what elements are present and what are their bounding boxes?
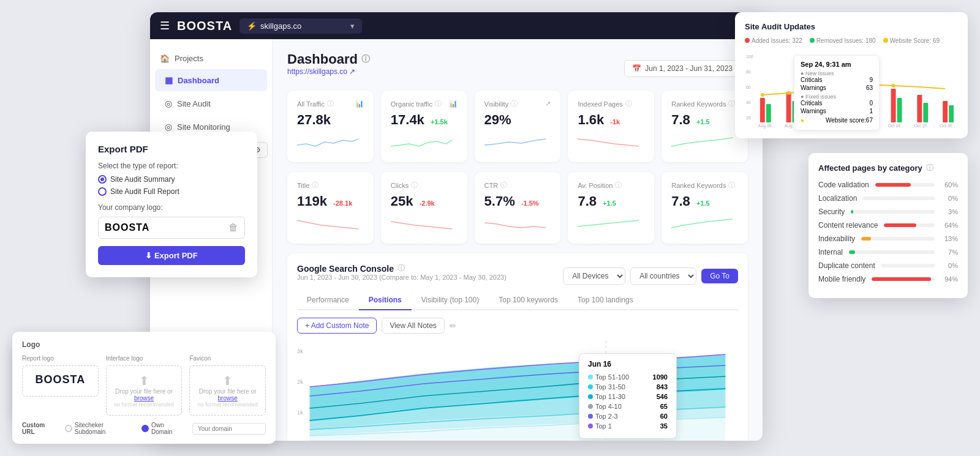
devices-select[interactable]: All Devices [563, 267, 625, 285]
tab-performance[interactable]: Performance [297, 291, 359, 310]
chart-tooltip: Jun 16 Top 51-100 1090 Top 31-50 843 Top… [579, 353, 677, 439]
hamburger-icon[interactable]: ☰ [160, 19, 170, 32]
metric-change-3: -1k [610, 118, 620, 125]
legend-label-score: Website Score: 69 [890, 37, 940, 44]
export-pdf-button[interactable]: ⬇ Export PDF [98, 246, 245, 265]
audit-tooltip-date: Sep 24, 9:31 am [801, 61, 873, 68]
affected-row-5: Internal 7% [818, 248, 958, 256]
lightning-icon: ⚡ [247, 21, 257, 31]
affected-bar-wrap-6 [881, 264, 935, 267]
gsc-title: Google Search Console ⓘ [297, 263, 507, 274]
interface-logo-box[interactable]: ⬆ Drop your file here or browse no forma… [106, 365, 183, 416]
metric-value-r2-4: 7.8 +1.5 [671, 193, 738, 209]
affected-bar-5 [849, 250, 855, 254]
favicon-box[interactable]: ⬆ Drop your file here or browse no forma… [189, 365, 266, 416]
svg-text:100: 100 [746, 54, 753, 59]
info-icon: ⓘ [312, 181, 318, 190]
tab-top-keywords[interactable]: Top 100 keywords [489, 291, 568, 310]
app-logo: BOOSTA [177, 19, 232, 33]
info-icon: ⓘ [435, 99, 442, 108]
metric-label-r2-3: Av. Position ⓘ [578, 181, 644, 190]
dashboard-icon: ▦ [165, 75, 173, 85]
dashboard-url[interactable]: https://skillgaps.co ↗ [287, 67, 370, 76]
gsc-tabs: Performance Positions Visibility (top 10… [297, 291, 738, 310]
site-audit-icon: ◎ [165, 99, 172, 108]
svg-rect-32 [917, 95, 922, 122]
metric-label-1: Organic traffic ⓘ 📊 [391, 99, 458, 108]
affected-row-2: Security 3% [818, 207, 958, 216]
view-notes-button[interactable]: View All Notes [382, 318, 444, 334]
domain-input[interactable] [192, 423, 266, 435]
pencil-icon: ✏ [450, 321, 456, 331]
sidebar-projects[interactable]: 🏠 Projects [150, 49, 272, 68]
legend-dot-removed [810, 38, 815, 43]
wave-chart-0 [297, 133, 358, 151]
info-icon: ⓘ [361, 54, 370, 65]
gsc-section: Google Search Console ⓘ Jun 1, 2023 - Ju… [287, 253, 748, 441]
criticals-row: Criticals9 [801, 77, 873, 83]
upload-icon-favicon: ⬆ [195, 373, 260, 388]
svg-point-42 [761, 93, 764, 97]
gsc-header: Google Search Console ⓘ Jun 1, 2023 - Ju… [297, 263, 738, 288]
radio-summary[interactable]: Site Audit Summary [98, 175, 245, 184]
affected-label-1: Localization [818, 194, 857, 203]
radio-full[interactable]: Site Audit Full Report [98, 187, 245, 196]
audit-tooltip-fixed: ● Fixed issues Criticals0 Warnings1 [801, 94, 873, 114]
affected-bar-wrap-3 [884, 223, 935, 227]
custom-url-label: Custom URL [22, 422, 59, 435]
radio-circle-summary [98, 175, 107, 184]
url-bar[interactable]: ⚡ skillgaps.co ▾ [239, 18, 362, 34]
wave-r2-1 [391, 214, 452, 233]
drop-text-interface: Drop your file here or browse [111, 388, 177, 402]
audit-chart: 100 80 60 40 20 Aug 06 Aug 13 Aug 22 Sep… [745, 49, 958, 129]
svg-rect-33 [943, 101, 948, 122]
wave-r2-0 [297, 214, 358, 233]
format-note-favicon: no format recommended [195, 402, 260, 408]
metric-label-r2-2: CTR ⓘ [484, 181, 551, 190]
affected-bar-wrap-2 [851, 210, 935, 214]
delete-icon[interactable]: 🗑 [228, 222, 238, 233]
radio-subdomain[interactable]: Sitecheker Subdomain [65, 422, 135, 435]
info-icon: ⓘ [411, 181, 418, 190]
gsc-subtitle: Jun 1, 2023 - Jun 30, 2023 (Compare to: … [297, 274, 507, 281]
radio-own-domain[interactable]: Own Domain [141, 422, 186, 435]
metric-value-r2-1: 25k -2.9k [391, 193, 458, 209]
dashboard-header: Dashboard ⓘ https://skillgaps.co ↗ 📅 Jun… [287, 51, 748, 86]
affected-pct-0: 60% [941, 181, 958, 189]
format-note-interface: no format recommended [111, 402, 177, 408]
tab-visibility[interactable]: Visibility (top 100) [412, 291, 489, 310]
add-note-button[interactable]: + Add Custom Note [297, 318, 377, 334]
browse-link-favicon[interactable]: browse [218, 395, 238, 402]
metric-all-traffic: All Traffic ⓘ 📊 27.8k [287, 91, 374, 162]
audit-tooltip-new: ● New Issues Criticals9 Warnings63 [801, 70, 873, 91]
sidebar-item-site-audit[interactable]: ◎ Site Audit [155, 92, 267, 114]
tab-positions[interactable]: Positions [359, 291, 412, 310]
browse-link-interface[interactable]: browse [134, 395, 154, 402]
dot-0 [588, 375, 593, 379]
main-content: Dashboard ⓘ https://skillgaps.co ↗ 📅 Jun… [273, 39, 763, 441]
countries-select[interactable]: All countries [630, 267, 696, 285]
info-icon: ⓘ [500, 181, 507, 190]
dot-5 [588, 424, 593, 428]
sidebar-item-dashboard[interactable]: ▦ Dashboard [155, 69, 267, 91]
go-button[interactable]: Go To [701, 269, 738, 283]
company-logo-section: Your company logo: BOOSTA 🗑 [98, 203, 245, 239]
logo-label: Your company logo: [98, 203, 245, 212]
metric-value-r2-2: 5.7% -1.5% [484, 193, 551, 209]
tab-top-landings[interactable]: Top 100 landings [568, 291, 643, 310]
metric-ctr: CTR ⓘ 5.7% -1.5% [475, 172, 561, 244]
site-monitoring-icon: ◎ [165, 122, 172, 132]
interface-logo-label: Interface logo [106, 355, 183, 362]
svg-text:40: 40 [746, 100, 751, 105]
logo-widget: Logo Report logo BOOSTA Interface logo ⬆… [12, 332, 276, 444]
report-logo-label: Report logo [22, 355, 99, 362]
wave-chart-1 [391, 133, 452, 151]
svg-rect-39 [897, 98, 902, 122]
metric-change-r2-1: -2.9k [420, 200, 435, 207]
affected-pct-4: 13% [941, 235, 958, 242]
affected-label-6: Duplicate content [818, 261, 875, 270]
logo-cols: Report logo BOOSTA Interface logo ⬆ Drop… [22, 355, 266, 416]
date-picker[interactable]: 📅 Jun 1, 2023 - Jun 31, 2023 ▾ [624, 60, 748, 77]
affected-bar-wrap-1 [863, 196, 935, 200]
metric-label-4: Ranked Keywords ⓘ [671, 99, 738, 108]
